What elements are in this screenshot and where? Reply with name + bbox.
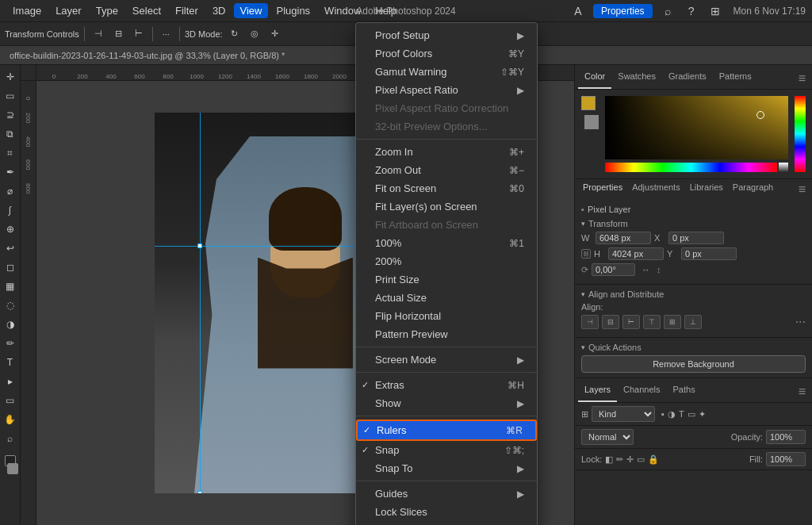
healing-tool[interactable]: ⌀	[2, 182, 19, 200]
lasso-tool[interactable]: ⊇	[2, 106, 19, 124]
y-input[interactable]	[681, 247, 737, 260]
rectangle-select-tool[interactable]: ▭	[2, 87, 19, 105]
background-color-swatch[interactable]	[7, 463, 18, 474]
object-select-tool[interactable]: ⧉	[2, 125, 19, 143]
menu-lock-slices[interactable]: Lock Slices	[356, 503, 537, 521]
align-left-btn[interactable]: ⊣	[90, 27, 107, 40]
align-right-edge-btn[interactable]: ⊢	[622, 315, 640, 329]
lock-artboard-icon[interactable]: ▭	[637, 454, 645, 465]
quick-actions-title[interactable]: ▾ Quick Actions	[581, 343, 806, 352]
menu-plugins[interactable]: Plugins	[270, 3, 316, 18]
align-more-icon[interactable]: ···	[795, 315, 806, 329]
arrange-icon[interactable]: ⊞	[707, 2, 724, 20]
filter-smart-icon[interactable]: ✦	[699, 409, 706, 420]
filter-adjustment-icon[interactable]: ◑	[668, 409, 676, 420]
crop-tool[interactable]: ⌗	[2, 144, 19, 162]
align-bottom-edge-btn[interactable]: ⊥	[684, 315, 702, 329]
rotation-input[interactable]	[592, 263, 635, 276]
shape-tool[interactable]: ▭	[2, 392, 19, 409]
align-right-btn[interactable]: ⊢	[130, 27, 147, 40]
rotate-btn[interactable]: ↻	[226, 27, 243, 40]
tab-properties[interactable]: Properties	[578, 179, 627, 200]
menu-print-size[interactable]: Print Size	[356, 270, 537, 289]
menu-snap-to[interactable]: Snap To ▶	[356, 459, 537, 477]
hand-tool[interactable]: ✋	[2, 411, 19, 428]
align-center-h-btn[interactable]: ⊟	[602, 315, 619, 329]
vertical-hue-strip[interactable]	[795, 96, 806, 172]
menu-proof-colors[interactable]: Proof Colors ⌘Y	[356, 44, 537, 63]
align-center-v-btn[interactable]: ⊞	[664, 315, 681, 329]
menu-200pct[interactable]: 200%	[356, 252, 537, 270]
zoom-tool[interactable]: ⌕	[2, 430, 19, 447]
flip-v-icon[interactable]: ↕	[657, 265, 661, 274]
menu-zoom-in[interactable]: Zoom In ⌘+	[356, 143, 537, 161]
fill-input[interactable]	[766, 452, 806, 466]
bg-color-swatch[interactable]	[584, 115, 599, 129]
menu-pattern-preview[interactable]: Pattern Preview	[356, 325, 537, 343]
menu-zoom-out[interactable]: Zoom Out ⌘−	[356, 161, 537, 179]
dodge-tool[interactable]: ◑	[2, 316, 19, 333]
lock-position-icon[interactable]: ✛	[626, 454, 634, 465]
lock-transparency-icon[interactable]: ◧	[605, 454, 613, 465]
pan-btn[interactable]: ✛	[266, 27, 283, 40]
tab-adjustments[interactable]: Adjustments	[627, 179, 685, 200]
share-button[interactable]: Properties	[593, 4, 653, 18]
font-icon[interactable]: A	[569, 2, 587, 20]
menu-filter[interactable]: Filter	[169, 3, 205, 18]
lock-all-icon[interactable]: 🔒	[648, 454, 659, 465]
search-icon[interactable]: ⌕	[659, 2, 676, 20]
color-panel-options-icon[interactable]: ≡	[795, 68, 809, 89]
menu-screen-mode[interactable]: Screen Mode ▶	[356, 351, 537, 369]
tab-layers[interactable]: Layers	[578, 381, 617, 402]
help-icon[interactable]: ?	[683, 2, 700, 20]
menu-3d[interactable]: 3D	[206, 3, 232, 18]
menu-fit-layers[interactable]: Fit Layer(s) on Screen	[356, 197, 537, 216]
properties-options-icon[interactable]: ≡	[795, 179, 809, 200]
menu-rulers[interactable]: ✓ Rulers ⌘R	[356, 420, 537, 441]
menu-view[interactable]: View	[234, 3, 269, 18]
menu-100pct[interactable]: 100% ⌘1	[356, 234, 537, 252]
orbit-btn[interactable]: ◎	[246, 27, 263, 40]
menu-image[interactable]: Image	[6, 3, 48, 18]
x-input[interactable]	[668, 232, 724, 244]
align-title[interactable]: ▾ Align and Distribute	[581, 289, 806, 299]
menu-proof-setup[interactable]: Proof Setup ▶	[356, 26, 537, 44]
clone-stamp-tool[interactable]: ⊕	[2, 220, 19, 238]
link-proportions-icon[interactable]: ⛓	[581, 249, 591, 259]
opacity-strip[interactable]	[779, 163, 788, 172]
tab-paragraph[interactable]: Paragraph	[728, 179, 778, 200]
pen-tool[interactable]: ✏	[2, 335, 19, 352]
color-indicator[interactable]	[756, 111, 764, 119]
tab-swatches[interactable]: Swatches	[611, 68, 662, 89]
menu-extras[interactable]: ✓ Extras ⌘H	[356, 376, 537, 394]
blend-mode-select[interactable]: Normal	[581, 429, 634, 445]
eraser-tool[interactable]: ◻	[2, 259, 19, 276]
menu-snap[interactable]: ✓ Snap ⇧⌘;	[356, 441, 537, 459]
tab-channels[interactable]: Channels	[617, 381, 666, 402]
selection-handle-tl[interactable]	[197, 243, 202, 248]
eyedropper-tool[interactable]: ✒	[2, 163, 19, 181]
w-input[interactable]	[596, 232, 651, 244]
tab-gradients[interactable]: Gradients	[662, 68, 713, 89]
lock-image-icon[interactable]: ✏	[616, 454, 623, 465]
flip-h-icon[interactable]: ↔	[642, 265, 650, 274]
align-left-edge-btn[interactable]: ⊣	[581, 315, 599, 329]
move-tool[interactable]: ✛	[2, 68, 19, 86]
opacity-input[interactable]	[766, 430, 806, 444]
path-select-tool[interactable]: ▸	[2, 373, 19, 390]
brush-tool[interactable]: ∫	[2, 201, 19, 219]
menu-actual-size[interactable]: Actual Size	[356, 289, 537, 307]
history-brush-tool[interactable]: ↩	[2, 240, 19, 257]
blur-tool[interactable]: ◌	[2, 297, 19, 314]
selection-handle-bl[interactable]	[197, 491, 202, 493]
align-top-edge-btn[interactable]: ⊤	[643, 315, 661, 329]
tab-color[interactable]: Color	[578, 68, 611, 89]
filter-shape-icon[interactable]: ▭	[688, 409, 695, 420]
align-center-h-btn[interactable]: ⊟	[110, 27, 127, 40]
menu-type[interactable]: Type	[90, 3, 124, 18]
layer-filter-select[interactable]: Kind	[592, 406, 655, 422]
menu-select[interactable]: Select	[126, 3, 167, 18]
menu-gamut-warning[interactable]: Gamut Warning ⇧⌘Y	[356, 63, 537, 81]
menu-flip-horizontal[interactable]: Flip Horizontal	[356, 307, 537, 325]
menu-fit-screen[interactable]: Fit on Screen ⌘0	[356, 179, 537, 197]
